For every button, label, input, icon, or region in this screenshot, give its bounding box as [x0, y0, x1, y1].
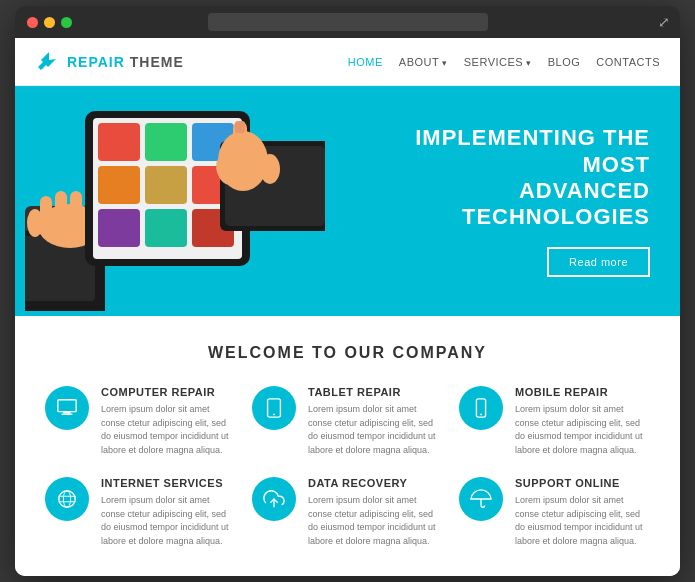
hero-title-line2: ADVANCED TECHNOLOGIES: [355, 178, 650, 231]
browser-window: ⤢ REPAIR THEME HOME ABOUT SERVICES BLOG …: [15, 6, 680, 576]
svg-rect-14: [145, 123, 187, 161]
svg-point-37: [59, 491, 76, 508]
svg-rect-8: [70, 191, 82, 231]
svg-rect-29: [235, 121, 245, 133]
computer-icon: [56, 397, 78, 419]
logo-prefix: REPAIR: [67, 54, 125, 70]
close-dot[interactable]: [27, 17, 38, 28]
svg-rect-13: [98, 123, 140, 161]
service-desc-data: Lorem ipsum dolor sit amet conse ctetur …: [308, 494, 443, 548]
service-title-data: DATA RECOVERY: [308, 477, 443, 489]
service-desc-support: Lorem ipsum dolor sit amet conse ctetur …: [515, 494, 650, 548]
mobile-repair-content: MOBILE REPAIR Lorem ipsum dolor sit amet…: [515, 386, 650, 457]
svg-rect-7: [55, 191, 67, 231]
address-bar[interactable]: [208, 13, 488, 31]
service-desc-internet: Lorem ipsum dolor sit amet conse ctetur …: [101, 494, 236, 548]
service-tablet-repair: TABLET REPAIR Lorem ipsum dolor sit amet…: [252, 386, 443, 457]
svg-rect-31: [63, 412, 70, 414]
hero-illustration: [25, 91, 325, 311]
service-support: SUPPORT ONLINE Lorem ipsum dolor sit ame…: [459, 477, 650, 548]
hero-section: IMPLEMENTING THE MOST ADVANCED TECHNOLOG…: [15, 86, 680, 316]
computer-repair-content: COMPUTER REPAIR Lorem ipsum dolor sit am…: [101, 386, 236, 457]
svg-rect-20: [145, 209, 187, 247]
service-data-recovery: DATA RECOVERY Lorem ipsum dolor sit amet…: [252, 477, 443, 548]
nav-links: HOME ABOUT SERVICES BLOG CONTACTS: [348, 56, 660, 68]
data-recovery-icon-circle: [252, 477, 296, 521]
support-content: SUPPORT ONLINE Lorem ipsum dolor sit ame…: [515, 477, 650, 548]
read-more-button[interactable]: Read more: [547, 247, 650, 277]
service-title-tablet: TABLET REPAIR: [308, 386, 443, 398]
section-title: WELCOME TO OUR COMPANY: [45, 344, 650, 362]
svg-point-34: [273, 414, 275, 416]
tablet-repair-content: TABLET REPAIR Lorem ipsum dolor sit amet…: [308, 386, 443, 457]
hero-text: IMPLEMENTING THE MOST ADVANCED TECHNOLOG…: [335, 125, 650, 277]
svg-rect-16: [98, 166, 140, 204]
mobile-repair-icon-circle: [459, 386, 503, 430]
tablet-repair-icon-circle: [252, 386, 296, 430]
svg-point-38: [63, 491, 70, 508]
logo-text: REPAIR THEME: [67, 54, 184, 70]
data-recovery-content: DATA RECOVERY Lorem ipsum dolor sit amet…: [308, 477, 443, 548]
nav-services[interactable]: SERVICES: [464, 56, 532, 68]
svg-point-27: [260, 154, 280, 184]
website-content: REPAIR THEME HOME ABOUT SERVICES BLOG CO…: [15, 38, 680, 576]
computer-repair-icon-circle: [45, 386, 89, 430]
svg-rect-32: [62, 414, 73, 415]
svg-point-0: [40, 65, 44, 69]
service-mobile-repair: MOBILE REPAIR Lorem ipsum dolor sit amet…: [459, 386, 650, 457]
logo-icon: [35, 50, 59, 74]
service-desc-computer: Lorem ipsum dolor sit amet conse ctetur …: [101, 403, 236, 457]
service-title-internet: INTERNET SERVICES: [101, 477, 236, 489]
internet-icon-circle: [45, 477, 89, 521]
hero-title: IMPLEMENTING THE MOST ADVANCED TECHNOLOG…: [355, 125, 650, 231]
expand-icon[interactable]: ⤢: [658, 14, 670, 30]
services-section: WELCOME TO OUR COMPANY COMPUTER REPAIR L…: [15, 316, 680, 576]
svg-rect-30: [58, 400, 76, 412]
svg-rect-19: [98, 209, 140, 247]
service-title-mobile: MOBILE REPAIR: [515, 386, 650, 398]
navbar: REPAIR THEME HOME ABOUT SERVICES BLOG CO…: [15, 38, 680, 86]
svg-point-10: [27, 209, 43, 237]
logo: REPAIR THEME: [35, 50, 184, 74]
service-title-support: SUPPORT ONLINE: [515, 477, 650, 489]
support-icon-circle: [459, 477, 503, 521]
hero-title-line1: IMPLEMENTING THE MOST: [355, 125, 650, 178]
nav-contacts[interactable]: CONTACTS: [596, 56, 660, 68]
hero-image: [15, 86, 335, 316]
service-internet: INTERNET SERVICES Lorem ipsum dolor sit …: [45, 477, 236, 548]
nav-blog[interactable]: BLOG: [548, 56, 581, 68]
service-desc-mobile: Lorem ipsum dolor sit amet conse ctetur …: [515, 403, 650, 457]
service-computer-repair: COMPUTER REPAIR Lorem ipsum dolor sit am…: [45, 386, 236, 457]
nav-home[interactable]: HOME: [348, 56, 383, 68]
service-desc-tablet: Lorem ipsum dolor sit amet conse ctetur …: [308, 403, 443, 457]
svg-point-36: [480, 414, 482, 416]
logo-suffix: THEME: [125, 54, 184, 70]
internet-content: INTERNET SERVICES Lorem ipsum dolor sit …: [101, 477, 236, 548]
service-title-computer: COMPUTER REPAIR: [101, 386, 236, 398]
svg-rect-17: [145, 166, 187, 204]
nav-about[interactable]: ABOUT: [399, 56, 448, 68]
mobile-icon: [470, 397, 492, 419]
minimize-dot[interactable]: [44, 17, 55, 28]
services-grid: COMPUTER REPAIR Lorem ipsum dolor sit am…: [45, 386, 650, 548]
tablet-icon: [263, 397, 285, 419]
globe-icon: [56, 488, 78, 510]
browser-bar: ⤢: [15, 6, 680, 38]
maximize-dot[interactable]: [61, 17, 72, 28]
umbrella-icon: [470, 488, 492, 510]
upload-icon: [263, 488, 285, 510]
